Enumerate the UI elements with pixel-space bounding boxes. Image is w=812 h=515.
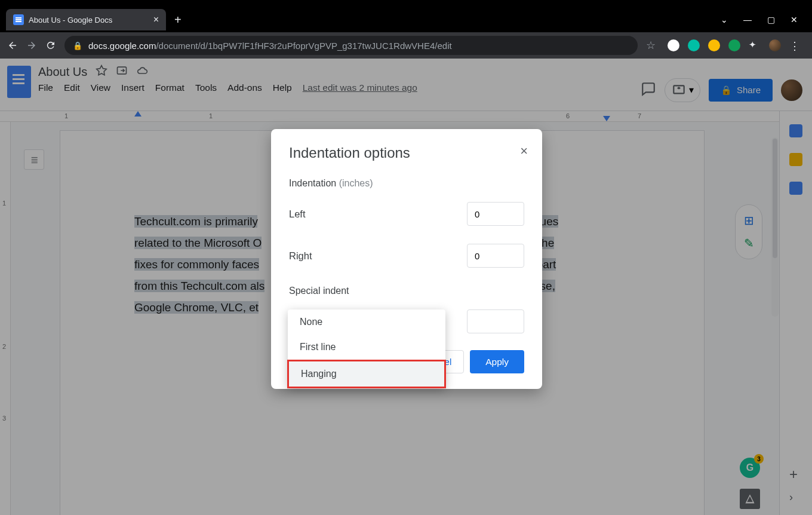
tab-title: About Us - Google Docs bbox=[29, 16, 149, 24]
indentation-options-dialog: Indentation options × Indentation (inche… bbox=[271, 129, 542, 389]
left-indent-input[interactable] bbox=[467, 202, 524, 226]
option-first-line[interactable]: First line bbox=[288, 335, 445, 360]
special-indent-label: Special indent bbox=[289, 286, 524, 296]
option-hanging[interactable]: Hanging bbox=[289, 361, 444, 387]
right-indent-label: Right bbox=[289, 250, 312, 262]
tab-bar: About Us - Google Docs × + ⌄ — ▢ ✕ bbox=[0, 7, 812, 32]
indentation-section-label: Indentation (inches) bbox=[289, 178, 524, 189]
caret-down-icon[interactable]: ⌄ bbox=[721, 15, 728, 24]
right-indent-input[interactable] bbox=[467, 244, 524, 268]
maximize-icon[interactable]: ▢ bbox=[767, 15, 775, 24]
extension-icon[interactable] bbox=[688, 39, 700, 51]
minimize-icon[interactable]: — bbox=[743, 15, 752, 24]
new-tab-button[interactable]: + bbox=[174, 13, 182, 27]
special-indent-value-input[interactable] bbox=[467, 309, 524, 333]
docs-favicon-icon bbox=[13, 14, 24, 25]
extension-icon[interactable] bbox=[708, 39, 720, 51]
browser-tab[interactable]: About Us - Google Docs × bbox=[6, 9, 166, 30]
apply-button[interactable]: Apply bbox=[470, 350, 524, 373]
close-window-icon[interactable]: ✕ bbox=[791, 15, 798, 24]
extensions-puzzle-icon[interactable]: ✦ bbox=[749, 39, 761, 51]
close-dialog-icon[interactable]: × bbox=[520, 143, 528, 159]
url-host: docs.google.com bbox=[88, 41, 156, 51]
reload-button[interactable] bbox=[45, 40, 56, 51]
extension-icon[interactable] bbox=[728, 39, 740, 51]
close-tab-icon[interactable]: × bbox=[153, 14, 159, 25]
chrome-menu-icon[interactable]: ⋮ bbox=[789, 39, 801, 51]
left-indent-label: Left bbox=[289, 209, 306, 220]
back-button[interactable] bbox=[7, 40, 18, 51]
extension-icon[interactable] bbox=[668, 39, 679, 51]
dialog-title: Indentation options bbox=[289, 145, 524, 161]
omnibox[interactable]: 🔒 docs.google.com/document/d/1bqPW7lF1fH… bbox=[64, 36, 638, 55]
option-none[interactable]: None bbox=[288, 309, 445, 335]
bookmark-star-icon[interactable]: ☆ bbox=[646, 39, 656, 52]
lock-icon: 🔒 bbox=[73, 41, 82, 50]
address-bar: 🔒 docs.google.com/document/d/1bqPW7lF1fH… bbox=[0, 32, 812, 59]
forward-button bbox=[26, 40, 37, 51]
url-path: /document/d/1bqPW7lF1fHF3r2uPfoprVgPVP_g… bbox=[156, 41, 451, 51]
profile-avatar[interactable] bbox=[769, 39, 781, 51]
